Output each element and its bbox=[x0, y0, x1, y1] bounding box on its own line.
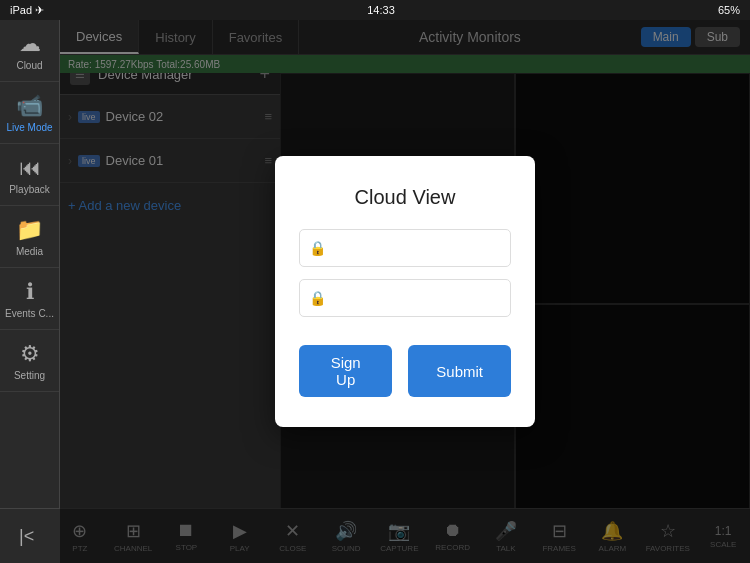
sidebar-label-media: Media bbox=[16, 246, 43, 257]
sidebar-item-cloud[interactable]: ☁ Cloud bbox=[0, 20, 59, 82]
status-time: 14:33 bbox=[367, 4, 395, 16]
playback-icon: ⏮ bbox=[16, 154, 44, 182]
sidebar-item-events[interactable]: ℹ Events C... bbox=[0, 268, 59, 330]
status-left: iPad ✈ bbox=[10, 4, 44, 17]
first-icon: |< bbox=[19, 526, 34, 547]
submit-button[interactable]: Submit bbox=[408, 345, 511, 397]
sidebar-item-media[interactable]: 📁 Media bbox=[0, 206, 59, 268]
sidebar-label-events: Events C... bbox=[5, 308, 54, 319]
cloud-view-modal: Cloud View 🔒 🔒 Sign Up Submit bbox=[275, 156, 535, 427]
live-mode-icon: 📹 bbox=[16, 92, 44, 120]
cloud-icon: ☁ bbox=[16, 30, 44, 58]
setting-icon: ⚙ bbox=[16, 340, 44, 368]
modal-title: Cloud View bbox=[355, 186, 456, 209]
battery-label: 65% bbox=[718, 4, 740, 16]
sidebar-item-playback[interactable]: ⏮ Playback bbox=[0, 144, 59, 206]
toolbar-first[interactable]: |< bbox=[7, 526, 47, 547]
sidebar-label-setting: Setting bbox=[14, 370, 45, 381]
status-right: 65% bbox=[718, 4, 740, 16]
username-wrapper: 🔒 bbox=[299, 229, 511, 267]
ipad-wifi-label: iPad ✈ bbox=[10, 4, 44, 17]
sidebar-item-live-mode[interactable]: 📹 Live Mode bbox=[0, 82, 59, 144]
events-icon: ℹ bbox=[16, 278, 44, 306]
lock-icon: 🔒 bbox=[309, 290, 326, 306]
sidebar-label-playback: Playback bbox=[9, 184, 50, 195]
username-input[interactable] bbox=[299, 229, 511, 267]
sidebar-label-cloud: Cloud bbox=[16, 60, 42, 71]
modal-overlay: Cloud View 🔒 🔒 Sign Up Submit bbox=[60, 20, 750, 563]
password-input[interactable] bbox=[299, 279, 511, 317]
status-bar: iPad ✈ 14:33 65% bbox=[0, 0, 750, 20]
media-icon: 📁 bbox=[16, 216, 44, 244]
sidebar: ☁ Cloud 📹 Live Mode ⏮ Playback 📁 Media ℹ… bbox=[0, 20, 60, 563]
sidebar-label-live-mode: Live Mode bbox=[6, 122, 52, 133]
sidebar-item-setting[interactable]: ⚙ Setting bbox=[0, 330, 59, 392]
modal-buttons: Sign Up Submit bbox=[299, 345, 511, 397]
password-wrapper: 🔒 bbox=[299, 279, 511, 317]
signup-button[interactable]: Sign Up bbox=[299, 345, 392, 397]
user-icon: 🔒 bbox=[309, 240, 326, 256]
